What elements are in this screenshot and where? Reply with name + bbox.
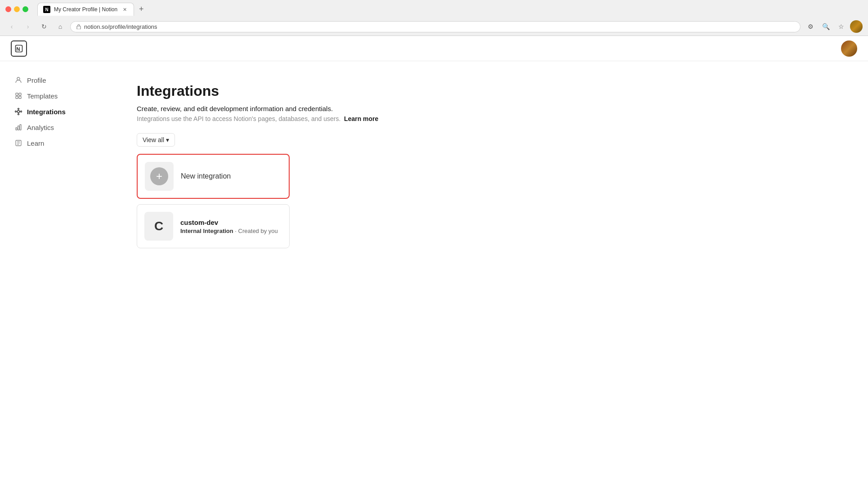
integration-initial: C — [154, 219, 163, 233]
url-bar[interactable]: notion.so/profile/integrations — [70, 21, 801, 32]
address-bar: ‹ › ↻ ⌂ notion.so/profile/integrations ⚙… — [0, 18, 868, 36]
notion-logo[interactable]: N — [11, 40, 27, 57]
svg-rect-17 — [16, 128, 17, 130]
svg-rect-4 — [16, 93, 18, 95]
main-content: Integrations Create, review, and edit de… — [108, 61, 868, 479]
sidebar-item-profile[interactable]: Profile — [4, 72, 104, 88]
svg-rect-18 — [18, 126, 19, 130]
learn-icon — [14, 139, 22, 147]
sidebar-item-analytics[interactable]: Analytics — [4, 120, 104, 135]
integration-title: custom-dev — [180, 219, 278, 226]
sidebar-item-learn[interactable]: Learn — [4, 135, 104, 151]
svg-point-9 — [18, 108, 19, 110]
svg-rect-19 — [20, 125, 21, 130]
sidebar-item-templates[interactable]: Templates — [4, 88, 104, 103]
new-tab-button[interactable]: + — [136, 4, 147, 15]
top-nav: N — [0, 36, 868, 61]
zoom-button[interactable]: 🔍 — [819, 20, 832, 33]
new-integration-label: New integration — [181, 172, 231, 180]
integration-details: custom-dev Internal Integration · Create… — [180, 219, 278, 234]
bookmark-button[interactable]: ☆ — [835, 20, 847, 33]
page: N Profile — [0, 36, 868, 479]
integrations-icon — [14, 107, 22, 116]
new-integration-card[interactable]: + New integration — [137, 154, 290, 199]
svg-point-3 — [17, 77, 20, 80]
plus-icon: + — [150, 167, 168, 185]
url-text: notion.so/profile/integrations — [84, 23, 157, 30]
browser-actions: ⚙ 🔍 ☆ — [804, 20, 863, 33]
svg-rect-5 — [19, 93, 21, 95]
svg-rect-7 — [19, 96, 21, 98]
home-button[interactable]: ⌂ — [54, 20, 67, 33]
new-integration-icon-box: + — [145, 162, 174, 191]
chevron-down-icon: ▾ — [166, 136, 169, 143]
tab-bar: N My Creator Profile | Notion ✕ + — [32, 3, 152, 16]
page-description: Create, review, and edit development inf… — [137, 105, 839, 112]
integration-separator: · — [235, 228, 238, 234]
svg-text:N: N — [16, 46, 20, 52]
browser-chrome: N My Creator Profile | Notion ✕ + ‹ › ↻ … — [0, 0, 868, 36]
page-title: Integrations — [137, 83, 839, 99]
title-bar: N My Creator Profile | Notion ✕ + — [0, 0, 868, 18]
sidebar-profile-label: Profile — [27, 76, 46, 84]
forward-button[interactable]: › — [22, 20, 34, 33]
user-avatar[interactable] — [841, 40, 857, 57]
minimize-window-button[interactable] — [14, 6, 20, 12]
window-controls — [5, 6, 28, 12]
svg-rect-6 — [16, 96, 18, 98]
maximize-window-button[interactable] — [22, 6, 28, 12]
profile-icon — [14, 76, 22, 84]
integration-type: Internal Integration — [180, 228, 233, 234]
sidebar-integrations-label: Integrations — [27, 108, 66, 116]
main-layout: Profile Templates — [0, 61, 868, 479]
svg-rect-0 — [77, 26, 81, 29]
close-window-button[interactable] — [5, 6, 11, 12]
svg-point-11 — [15, 111, 17, 112]
sidebar-item-integrations[interactable]: Integrations — [4, 104, 104, 119]
integration-card-custom-dev[interactable]: C custom-dev Internal Integration · Crea… — [137, 204, 290, 248]
svg-point-12 — [21, 111, 22, 112]
sidebar-learn-label: Learn — [27, 139, 44, 147]
tab-favicon: N — [43, 6, 50, 13]
analytics-icon — [14, 123, 22, 131]
view-all-button[interactable]: View all ▾ — [137, 133, 175, 147]
svg-point-10 — [18, 114, 19, 115]
integration-meta: Internal Integration · Created by you — [180, 228, 278, 234]
integration-created-by: Created by you — [238, 228, 278, 234]
svg-point-8 — [18, 111, 20, 113]
tab-close-button[interactable]: ✕ — [121, 6, 128, 13]
browser-profile-avatar[interactable] — [850, 20, 863, 33]
sidebar-templates-label: Templates — [27, 92, 58, 100]
browser-tab[interactable]: N My Creator Profile | Notion ✕ — [37, 3, 134, 16]
notion-logo-icon: N — [14, 44, 23, 53]
lock-icon — [76, 24, 81, 29]
sidebar-analytics-label: Analytics — [27, 124, 54, 131]
extensions-button[interactable]: ⚙ — [804, 20, 817, 33]
reload-button[interactable]: ↻ — [38, 20, 50, 33]
custom-dev-icon-box: C — [144, 212, 173, 241]
sidebar: Profile Templates — [0, 61, 108, 479]
page-description-secondary: Integrations use the API to access Notio… — [137, 115, 839, 122]
tab-title: My Creator Profile | Notion — [54, 6, 117, 13]
back-button[interactable]: ‹ — [5, 20, 18, 33]
learn-more-link[interactable]: Learn more — [344, 115, 378, 122]
templates-icon — [14, 92, 22, 100]
